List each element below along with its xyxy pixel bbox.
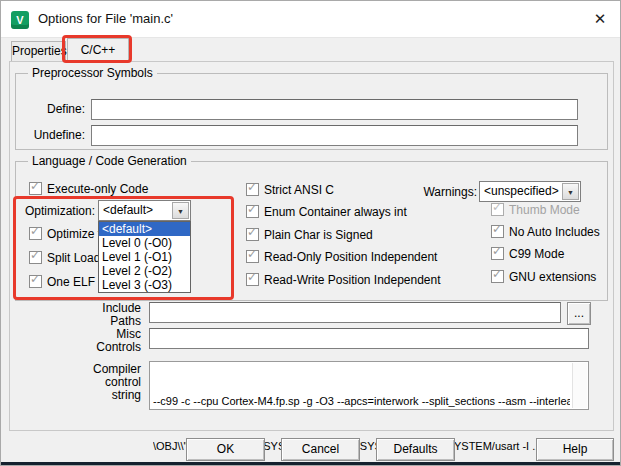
dropdown-option-default[interactable]: <default> bbox=[99, 222, 190, 236]
check-icon: ✓ bbox=[30, 180, 40, 193]
undefine-input[interactable] bbox=[91, 125, 578, 146]
check-icon: ✓ bbox=[247, 248, 257, 261]
define-input[interactable] bbox=[91, 99, 578, 120]
one-elf-section-checkbox[interactable]: ✓ bbox=[29, 275, 42, 288]
compiler-label-line3: string bbox=[61, 389, 141, 402]
title-bar: V Options for File 'main.c' ✕ bbox=[1, 1, 620, 38]
warnings-value: <unspecified> bbox=[484, 184, 559, 198]
optimization-label: Optimization: bbox=[25, 205, 95, 218]
plain-char-signed-checkbox[interactable]: ✓ bbox=[246, 228, 259, 241]
close-icon[interactable]: ✕ bbox=[590, 9, 610, 29]
defaults-button[interactable]: Defaults bbox=[376, 438, 455, 461]
thumb-mode-label: Thumb Mode bbox=[509, 203, 580, 217]
check-icon: ✓ bbox=[247, 271, 257, 284]
compiler-string-line1: --c99 -c --cpu Cortex-M4.fp.sp -g -O3 --… bbox=[153, 394, 570, 409]
dropdown-option-level2[interactable]: Level 2 (-O2) bbox=[99, 264, 190, 278]
execute-only-code-checkbox[interactable]: ✓ bbox=[29, 182, 42, 195]
strict-ansi-c-label: Strict ANSI C bbox=[264, 183, 334, 197]
gnu-extensions-label: GNU extensions bbox=[509, 270, 596, 284]
cancel-button[interactable]: Cancel bbox=[281, 438, 360, 461]
enum-container-checkbox[interactable]: ✓ bbox=[246, 205, 259, 218]
split-load-store-label: Split Load bbox=[47, 251, 100, 265]
check-icon: ✓ bbox=[492, 201, 502, 214]
read-write-pi-label: Read-Write Position Independent bbox=[264, 273, 441, 287]
dropdown-option-level1[interactable]: Level 1 (-O1) bbox=[99, 250, 190, 264]
c99-mode-checkbox[interactable]: ✓ bbox=[491, 247, 504, 260]
read-only-pi-checkbox[interactable]: ✓ bbox=[246, 250, 259, 263]
tab-c-cpp[interactable]: C/C++ bbox=[67, 38, 129, 62]
warnings-label: Warnings: bbox=[421, 186, 477, 199]
compiler-string-scrollbar[interactable] bbox=[572, 363, 587, 408]
compiler-control-string-label: Compiler control string bbox=[61, 363, 141, 402]
define-label: Define: bbox=[21, 103, 85, 116]
combo-arrow-icon[interactable]: ▼ bbox=[172, 202, 189, 219]
misc-controls-input[interactable] bbox=[149, 328, 589, 349]
optimization-combobox[interactable]: <default> ▼ bbox=[98, 200, 191, 221]
one-elf-section-label: One ELF bbox=[47, 275, 95, 289]
misc-controls-label: Misc Controls bbox=[61, 328, 141, 354]
check-icon: ✓ bbox=[247, 181, 257, 194]
check-icon: ✓ bbox=[492, 245, 502, 258]
read-write-pi-checkbox[interactable]: ✓ bbox=[246, 273, 259, 286]
undefine-label: Undefine: bbox=[21, 129, 85, 142]
dropdown-option-level0[interactable]: Level 0 (-O0) bbox=[99, 236, 190, 250]
screen-edge bbox=[1, 462, 621, 466]
tab-properties[interactable]: Properties bbox=[11, 41, 66, 61]
read-only-pi-label: Read-Only Position Independent bbox=[264, 250, 437, 264]
gnu-extensions-checkbox[interactable]: ✓ bbox=[491, 270, 504, 283]
misc-controls-label-line2: Controls bbox=[61, 341, 141, 354]
no-auto-includes-checkbox[interactable]: ✓ bbox=[491, 225, 504, 238]
check-icon: ✓ bbox=[30, 225, 40, 238]
check-icon: ✓ bbox=[30, 249, 40, 262]
execute-only-code-label: Execute-only Code bbox=[47, 182, 148, 196]
check-icon: ✓ bbox=[247, 203, 257, 216]
warnings-combobox[interactable]: <unspecified> ▼ bbox=[479, 181, 581, 202]
keil-uvision-logo-icon: V bbox=[11, 11, 29, 29]
check-icon: ✓ bbox=[492, 223, 502, 236]
check-icon: ✓ bbox=[492, 268, 502, 281]
split-load-store-checkbox[interactable]: ✓ bbox=[29, 251, 42, 264]
optimization-dropdown-list: <default> Level 0 (-O0) Level 1 (-O1) Le… bbox=[98, 221, 191, 293]
dropdown-option-level3[interactable]: Level 3 (-O3) bbox=[99, 278, 190, 292]
optimization-value: <default> bbox=[103, 203, 153, 217]
thumb-mode-checkbox: ✓ bbox=[491, 203, 504, 216]
include-paths-browse-button[interactable]: ... bbox=[567, 302, 591, 325]
check-icon: ✓ bbox=[30, 273, 40, 286]
compiler-control-string-box[interactable]: --c99 -c --cpu Cortex-M4.fp.sp -g -O3 --… bbox=[149, 361, 589, 410]
include-paths-input[interactable] bbox=[149, 302, 561, 323]
optimize-for-time-checkbox[interactable]: ✓ bbox=[29, 227, 42, 240]
language-group-title: Language / Code Generation bbox=[28, 154, 191, 168]
help-button[interactable]: Help bbox=[536, 438, 614, 461]
check-icon: ✓ bbox=[247, 226, 257, 239]
strict-ansi-c-checkbox[interactable]: ✓ bbox=[246, 183, 259, 196]
no-auto-includes-label: No Auto Includes bbox=[509, 225, 600, 239]
c99-mode-label: C99 Mode bbox=[509, 247, 564, 261]
dialog-title: Options for File 'main.c' bbox=[38, 11, 173, 26]
options-dialog: V Options for File 'main.c' ✕ Properties… bbox=[0, 0, 621, 466]
enum-container-label: Enum Container always int bbox=[264, 205, 407, 219]
ok-button[interactable]: OK bbox=[186, 438, 265, 461]
preprocessor-group-title: Preprocessor Symbols bbox=[28, 66, 157, 80]
optimize-for-time-label: Optimize f bbox=[47, 227, 101, 241]
plain-char-signed-label: Plain Char is Signed bbox=[264, 228, 373, 242]
include-paths-label: Include Paths bbox=[61, 302, 141, 328]
combo-arrow-icon[interactable]: ▼ bbox=[562, 183, 579, 200]
